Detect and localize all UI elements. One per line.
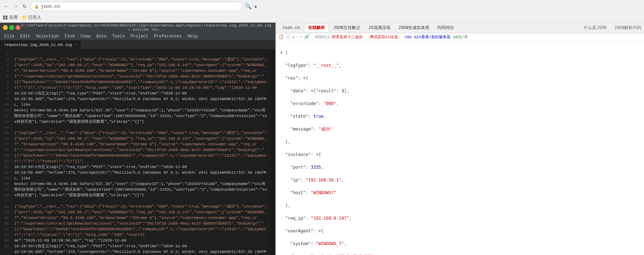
tab-validate[interactable]: JSON互转解义 [330, 24, 364, 31]
minimize-button[interactable] [3, 25, 8, 30]
lock-icon: 🔒 [34, 4, 39, 9]
menu-goto[interactable]: Goto [93, 33, 109, 40]
tab-diff[interactable]: 代码对比 [434, 24, 458, 31]
menu-view[interactable]: View [77, 33, 93, 40]
folder-icon: 📁 [22, 15, 27, 20]
tab-label: requestAop.log_2020_12_09.log [4, 43, 72, 47]
ad-cn2[interactable]: CN2 GIA香港/免回服务器 [405, 35, 451, 39]
sublime-menubar: File Edit Selection Find View Goto Tools… [0, 33, 275, 40]
imported-bookmark[interactable]: 📁 已导入 [22, 15, 41, 21]
toolbar-paste-icon[interactable]: 📄 [285, 34, 291, 40]
ad-price: 28元/月 [453, 35, 468, 39]
toolbar-copy-icon[interactable]: 📋 [279, 34, 284, 40]
star-icon[interactable]: ★ [254, 3, 257, 10]
tab-obfuscate[interactable]: JS混淆压缩 [365, 24, 394, 31]
sublime-panel: × E:\Software\project\supermanex_turnk20… [0, 23, 276, 255]
address-bar[interactable]: 🔒 json.cn [30, 2, 243, 11]
tab-jsoncn[interactable]: Json.cn [279, 25, 303, 31]
close-button[interactable]: × [16, 25, 21, 30]
menu-project[interactable]: Project [128, 33, 151, 40]
toolbar-link-icon[interactable]: 🔗 [304, 34, 309, 40]
toolbar-collapse-icon[interactable]: − [296, 35, 298, 40]
sublime-tab-active[interactable]: requestAop.log_2020_12_09.log × [0, 40, 81, 49]
apps-bookmark[interactable]: 应用 [3, 15, 18, 21]
forward-button[interactable]: → [12, 3, 19, 10]
toggle-data[interactable]: ▼ [311, 88, 313, 93]
toolbar-format-icon[interactable]: ✎ [300, 34, 302, 40]
ad-separator: ，保留转义 [311, 34, 330, 40]
url-text: json.cn [41, 4, 60, 9]
tab-generate[interactable]: JSON生成实体类 [395, 24, 433, 31]
minimap [271, 50, 275, 255]
toggle-useragent[interactable]: ▼ [318, 228, 321, 233]
maximize-button[interactable] [9, 25, 14, 30]
ad-aliyun[interactable]: 阿里妥双十二低价 [332, 35, 363, 39]
ad-tencent[interactable]: 腾讯妥双12任选 [370, 35, 398, 39]
menu-file[interactable]: File [1, 33, 17, 40]
ad-text: 阿里妥双十二低价 腾讯妥双12任选 CN2 GIA香港/免回服务器 28元/月 [332, 34, 468, 40]
main-area: × E:\Software\project\supermanex_turnk20… [0, 23, 644, 255]
menu-preferences[interactable]: Preferences [151, 33, 185, 40]
menu-help[interactable]: Help [185, 33, 201, 40]
browser-nav: ← → ↻ 🔒 json.cn 🔍 ★ [0, 0, 644, 13]
menu-tools[interactable]: Tools [109, 33, 128, 40]
sublime-editor-body: 1 2 3 4 5 6 7 8 9 10 11 12 13 14 15 16 1… [0, 50, 275, 255]
window-controls: × [3, 25, 21, 30]
apps-label: 应用 [9, 15, 18, 21]
back-button[interactable]: ← [3, 3, 10, 10]
search-icon[interactable]: 🔍 [245, 3, 252, 10]
menu-edit[interactable]: Edit [17, 33, 33, 40]
right-links: 什么是JSON JSON解析代码 [584, 25, 641, 31]
sublime-titlebar: × E:\Software\project\supermanex_turnk20… [0, 23, 275, 33]
menu-find[interactable]: Find [62, 33, 77, 40]
sublime-tabs: requestAop.log_2020_12_09.log × [0, 40, 275, 50]
refresh-button[interactable]: ↻ [21, 3, 28, 10]
toolbar-expand-icon[interactable]: ✚ [292, 34, 295, 40]
toggle-root[interactable]: ▼ [280, 50, 283, 55]
line-numbers: 1 2 3 4 5 6 7 8 9 10 11 12 13 14 15 16 1… [0, 50, 11, 255]
code-editor-content[interactable]: {"logType":"__rest__","res":{"data":{"re… [11, 50, 271, 255]
tab-close-icon[interactable]: × [74, 43, 76, 47]
browser-chrome: ← → ↻ 🔒 json.cn 🔍 ★ 应用 📁 已导入 [0, 0, 644, 23]
sublime-title: E:\Software\project\supermanex_turnk2020… [21, 23, 272, 32]
tab-parse[interactable]: 在线解析 [304, 24, 329, 32]
imported-label: 已导入 [28, 15, 41, 21]
json-tree: ▼ { "logType": "__rest__", "res": ▼{ "da… [280, 43, 640, 255]
json-viewer-content[interactable]: ▼ { "logType": "__rest__", "res": ▼{ "da… [276, 41, 644, 255]
apps-icon [3, 15, 8, 20]
ad-bar: 📋 📄 ✚ − ✎ 🔗 ，保留转义 阿里妥双十二低价 腾讯妥双12任选 CN2 … [276, 33, 644, 41]
menu-selection[interactable]: Selection [33, 33, 62, 40]
json-nav-tabs: Json.cn 在线解析 JSON互转解义 JS混淆压缩 JSON生成实体类 代… [279, 24, 458, 32]
bookmarks-bar: 应用 📁 已导入 [0, 13, 644, 23]
json-panel: Json.cn 在线解析 JSON互转解义 JS混淆压缩 JSON生成实体类 代… [276, 23, 644, 255]
